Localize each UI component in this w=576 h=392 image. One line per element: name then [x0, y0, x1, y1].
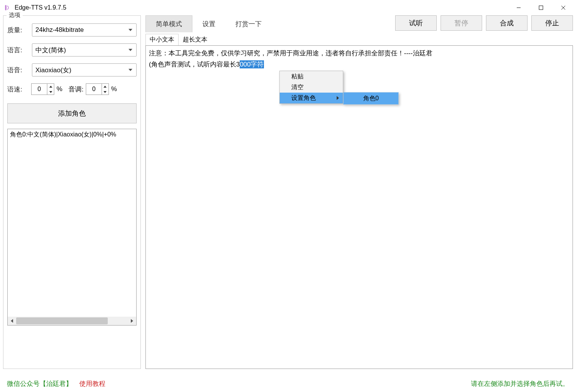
- editor-line-1: 注意：本工具完全免费，仅供学习研究，严禁用于商业用途，违者将自行承担全部责任！-…: [149, 48, 569, 59]
- rate-down[interactable]: [47, 89, 54, 95]
- pitch-input[interactable]: [86, 84, 102, 95]
- app-icon: [3, 3, 12, 12]
- quality-label: 质量:: [7, 26, 29, 35]
- context-menu: 粘贴 清空 设置角色: [279, 71, 343, 104]
- pitch-spinner[interactable]: [86, 83, 109, 95]
- editor-line-2: (角色声音测试，试听内容最长3000字符: [149, 59, 569, 70]
- wechat-link[interactable]: 微信公众号【治廷君】: [7, 379, 72, 388]
- rate-up[interactable]: [47, 84, 54, 89]
- ctx-clear[interactable]: 清空: [280, 82, 343, 93]
- quality-combo[interactable]: 24khz-48kbitrate: [32, 23, 137, 37]
- stop-button[interactable]: 停止: [531, 15, 573, 31]
- mode-tablist: 简单模式 设置 打赏一下: [145, 15, 272, 32]
- rate-spinner[interactable]: [31, 83, 54, 95]
- rate-input[interactable]: [32, 84, 47, 95]
- add-role-button[interactable]: 添加角色: [7, 103, 137, 123]
- ctx-set-role[interactable]: 设置角色: [280, 93, 343, 103]
- subtab-list: 中小文本 超长文本: [145, 34, 573, 46]
- scroll-right-button[interactable]: [128, 317, 136, 325]
- chevron-right-icon: [337, 96, 339, 100]
- status-message: 请在左侧添加并选择角色后再试。: [471, 379, 569, 388]
- pitch-down[interactable]: [102, 89, 109, 95]
- tab-settings[interactable]: 设置: [192, 15, 225, 32]
- role-list-item[interactable]: 角色0:中文(简体)|Xiaoxiao(女)|0%|+0%: [10, 131, 137, 139]
- voice-combo[interactable]: Xiaoxiao(女): [32, 63, 137, 76]
- scroll-left-button[interactable]: [8, 317, 16, 325]
- pause-button[interactable]: 暂停: [441, 15, 482, 31]
- status-bar: 微信公众号【治廷君】 使用教程 请在左侧添加并选择角色后再试。: [0, 375, 576, 392]
- maximize-button[interactable]: [530, 0, 552, 15]
- tutorial-link[interactable]: 使用教程: [79, 379, 105, 388]
- options-group-label: 选项: [7, 12, 23, 19]
- close-button[interactable]: [552, 0, 574, 15]
- window-title: Edge-TTS v1.9.7.5: [15, 4, 66, 11]
- svg-rect-2: [539, 6, 543, 10]
- rate-label: 语速:: [7, 85, 29, 94]
- language-combo[interactable]: 中文(简体): [32, 43, 137, 56]
- ctx-paste[interactable]: 粘贴: [280, 71, 343, 82]
- preview-button[interactable]: 试听: [395, 15, 437, 31]
- svg-rect-0: [5, 5, 7, 10]
- pitch-up[interactable]: [102, 84, 109, 89]
- selected-text: 000字符: [240, 60, 264, 68]
- scroll-thumb[interactable]: [16, 317, 108, 324]
- minimize-button[interactable]: [508, 0, 530, 15]
- voice-label: 语音:: [7, 66, 29, 75]
- tab-simple-mode[interactable]: 简单模式: [145, 15, 192, 32]
- role-list[interactable]: 角色0:中文(简体)|Xiaoxiao(女)|0%|+0%: [7, 129, 137, 326]
- tab-donate[interactable]: 打赏一下: [225, 15, 272, 32]
- options-panel: 选项 质量: 24khz-48kbitrate 语言: 中文(简体) 语音: X…: [3, 15, 141, 369]
- ctx-submenu-role0[interactable]: 角色0: [343, 92, 399, 105]
- subtab-short-text[interactable]: 中小文本: [145, 34, 179, 46]
- language-label: 语言:: [7, 46, 29, 55]
- synth-button[interactable]: 合成: [486, 15, 528, 31]
- pitch-label: 音调:: [68, 85, 83, 94]
- subtab-long-text[interactable]: 超长文本: [179, 34, 212, 46]
- title-bar: Edge-TTS v1.9.7.5: [0, 0, 576, 15]
- role-list-hscroll[interactable]: [8, 317, 136, 325]
